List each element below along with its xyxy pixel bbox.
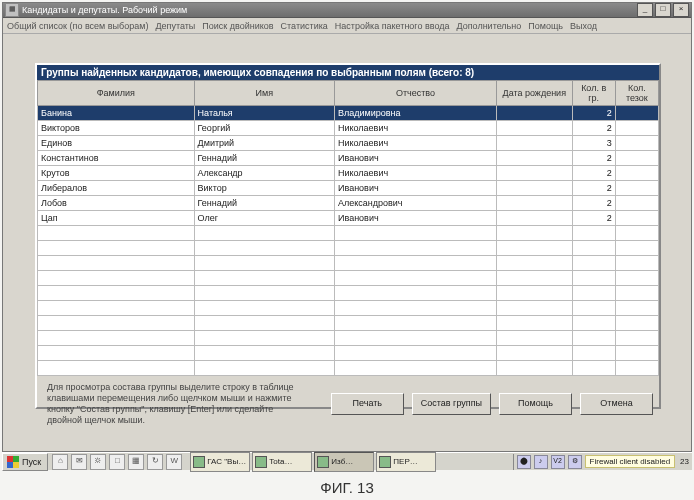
- table-row-empty[interactable]: [38, 346, 659, 361]
- table-cell: [334, 331, 496, 346]
- table-cell: Николаевич: [334, 166, 496, 181]
- menu-item[interactable]: Депутаты: [155, 21, 195, 31]
- table-cell: [38, 301, 195, 316]
- table-cell: [496, 301, 572, 316]
- group-contents-button[interactable]: Состав группы: [412, 393, 491, 415]
- quick-launch-icon[interactable]: W: [166, 454, 182, 470]
- col-count-group[interactable]: Кол. в гр.: [572, 81, 615, 106]
- menu-item[interactable]: Общий список (по всем выборам): [7, 21, 148, 31]
- figure-caption: ФИГ. 13: [0, 479, 694, 496]
- col-patronymic[interactable]: Отчество: [334, 81, 496, 106]
- table-cell: Крутов: [38, 166, 195, 181]
- table-cell: Геннадий: [194, 151, 334, 166]
- table-cell: [496, 346, 572, 361]
- menu-item[interactable]: Настройка пакетного ввода: [335, 21, 450, 31]
- table-cell: Либералов: [38, 181, 195, 196]
- menu-item[interactable]: Поиск двойников: [202, 21, 273, 31]
- menu-item[interactable]: Помощь: [528, 21, 563, 31]
- tray-icon[interactable]: ⬤: [517, 455, 531, 469]
- quick-launch-icon[interactable]: ⌂: [52, 454, 68, 470]
- tray-icon[interactable]: V2: [551, 455, 565, 469]
- table-cell: [496, 166, 572, 181]
- close-button[interactable]: ×: [673, 3, 689, 17]
- task-button[interactable]: ПЕР…: [376, 452, 436, 472]
- table-cell: Иванович: [334, 211, 496, 226]
- app-icon: ▦: [5, 3, 19, 17]
- table-cell: [334, 316, 496, 331]
- dialog-bottom-bar: Для просмотра состава группы выделите ст…: [37, 376, 659, 432]
- quick-launch-icon[interactable]: ▦: [128, 454, 144, 470]
- table-row[interactable]: БанинаНатальяВладимировна2: [38, 106, 659, 121]
- results-table: Фамилия Имя Отчество Дата рождения Кол. …: [37, 80, 659, 376]
- table-row[interactable]: ЛибераловВикторИванович2: [38, 181, 659, 196]
- table-row-empty[interactable]: [38, 331, 659, 346]
- table-cell: [38, 286, 195, 301]
- table-row-empty[interactable]: [38, 361, 659, 376]
- table-cell: Владимировна: [334, 106, 496, 121]
- table-cell: [38, 346, 195, 361]
- table-row[interactable]: ЛобовГеннадийАлександрович2: [38, 196, 659, 211]
- table-row[interactable]: ВикторовГеоргийНиколаевич2: [38, 121, 659, 136]
- table-cell: [496, 181, 572, 196]
- table-cell: [615, 346, 658, 361]
- maximize-button[interactable]: □: [655, 3, 671, 17]
- table-cell: [194, 226, 334, 241]
- menu-item[interactable]: Дополнительно: [457, 21, 522, 31]
- table-cell: Александр: [194, 166, 334, 181]
- menu-item[interactable]: Статистика: [281, 21, 328, 31]
- table-row[interactable]: ЦапОлегИванович2: [38, 211, 659, 226]
- table-row-empty[interactable]: [38, 241, 659, 256]
- taskbar: Пуск ⌂ ✉ ⛭ □ ▦ ↻ W ГАС "Вы… Tota… Изб… П…: [2, 452, 692, 470]
- table-cell: [194, 331, 334, 346]
- table-row-empty[interactable]: [38, 226, 659, 241]
- quick-launch-icon[interactable]: □: [109, 454, 125, 470]
- table-cell: [38, 316, 195, 331]
- task-icon: [193, 456, 205, 468]
- table-cell: [615, 106, 658, 121]
- quick-launch-icon[interactable]: ✉: [71, 454, 87, 470]
- app-window: ▦ Кандидаты и депутаты. Рабочий режим _ …: [2, 2, 692, 452]
- table-row[interactable]: КонстантиновГеннадийИванович2: [38, 151, 659, 166]
- task-label: Изб…: [331, 457, 353, 466]
- table-cell: [615, 151, 658, 166]
- table-row-empty[interactable]: [38, 286, 659, 301]
- table-cell: [615, 286, 658, 301]
- table-row-empty[interactable]: [38, 271, 659, 286]
- system-tray: ⬤ ♪ V2 ⚙ Firewall client disabled 23: [513, 454, 692, 470]
- task-button[interactable]: ГАС "Вы…: [190, 452, 250, 472]
- table-cell: [334, 346, 496, 361]
- table-cell: [615, 181, 658, 196]
- table-cell: Константинов: [38, 151, 195, 166]
- tray-icon[interactable]: ♪: [534, 455, 548, 469]
- col-count-tezok[interactable]: Кол. тезок: [615, 81, 658, 106]
- titlebar: ▦ Кандидаты и депутаты. Рабочий режим _ …: [3, 3, 691, 18]
- quick-launch-icon[interactable]: ⛭: [90, 454, 106, 470]
- table-header-row: Фамилия Имя Отчество Дата рождения Кол. …: [38, 81, 659, 106]
- task-label: Tota…: [269, 457, 292, 466]
- table-cell: Единов: [38, 136, 195, 151]
- help-button[interactable]: Помощь: [499, 393, 572, 415]
- cancel-button[interactable]: Отмена: [580, 393, 653, 415]
- quick-launch: ⌂ ✉ ⛭ □ ▦ ↻ W: [48, 454, 186, 470]
- quick-launch-icon[interactable]: ↻: [147, 454, 163, 470]
- start-button[interactable]: Пуск: [2, 453, 48, 471]
- col-lastname[interactable]: Фамилия: [38, 81, 195, 106]
- tray-icon[interactable]: ⚙: [568, 455, 582, 469]
- table-row-empty[interactable]: [38, 256, 659, 271]
- table-cell: [194, 346, 334, 361]
- table-row-empty[interactable]: [38, 301, 659, 316]
- menu-item[interactable]: Выход: [570, 21, 597, 31]
- table-cell: [194, 361, 334, 376]
- table-cell: [496, 316, 572, 331]
- print-button[interactable]: Печать: [331, 393, 404, 415]
- task-button[interactable]: Изб…: [314, 452, 374, 472]
- clock: 23: [678, 457, 689, 466]
- minimize-button[interactable]: _: [637, 3, 653, 17]
- table-row[interactable]: КрутовАлександрНиколаевич2: [38, 166, 659, 181]
- table-cell: [572, 256, 615, 271]
- table-row[interactable]: ЕдиновДмитрийНиколаевич3: [38, 136, 659, 151]
- col-firstname[interactable]: Имя: [194, 81, 334, 106]
- col-dob[interactable]: Дата рождения: [496, 81, 572, 106]
- task-button[interactable]: Tota…: [252, 452, 312, 472]
- table-row-empty[interactable]: [38, 316, 659, 331]
